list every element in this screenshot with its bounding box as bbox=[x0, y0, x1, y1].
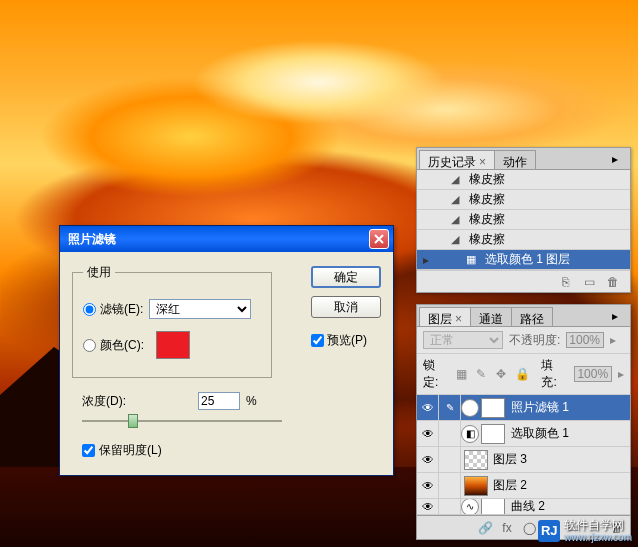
cancel-button[interactable]: 取消 bbox=[311, 296, 381, 318]
filter-select[interactable]: 深红 bbox=[149, 299, 251, 319]
eye-icon: 👁 bbox=[422, 500, 434, 514]
eraser-icon: ◢ bbox=[447, 233, 463, 247]
layer-mask-thumb[interactable] bbox=[481, 398, 505, 418]
layer-style-icon[interactable]: fx bbox=[500, 521, 514, 535]
history-item[interactable]: ▸▦选取颜色 1 图层 bbox=[417, 250, 630, 270]
panel-menu-icon[interactable]: ▸ bbox=[612, 152, 626, 164]
density-label: 浓度(D): bbox=[82, 393, 126, 410]
link-cell[interactable] bbox=[439, 421, 461, 447]
eye-icon: 👁 bbox=[422, 427, 434, 441]
lock-position-icon[interactable]: ✥ bbox=[496, 367, 510, 381]
layer-thumb[interactable] bbox=[464, 450, 488, 470]
layer-name[interactable]: 图层 3 bbox=[491, 451, 630, 468]
history-item[interactable]: ◢橡皮擦 bbox=[417, 230, 630, 250]
watermark: RJ 软件自学网 www.rjzxw.com bbox=[538, 519, 632, 543]
dialog-title: 照片滤镜 bbox=[68, 231, 369, 248]
preserve-luminosity-checkbox[interactable] bbox=[82, 444, 95, 457]
link-cell[interactable] bbox=[439, 499, 461, 515]
tab-paths[interactable]: 路径 bbox=[511, 307, 553, 326]
lock-transparency-icon[interactable]: ▦ bbox=[456, 367, 470, 381]
slider-thumb[interactable] bbox=[128, 414, 138, 428]
history-item[interactable]: ◢橡皮擦 bbox=[417, 170, 630, 190]
curves-icon: ∿ bbox=[461, 499, 479, 515]
tab-history[interactable]: 历史记录× bbox=[419, 150, 495, 169]
layer-name[interactable]: 图层 2 bbox=[491, 477, 630, 494]
visibility-toggle[interactable]: 👁 bbox=[417, 473, 439, 499]
link-cell[interactable] bbox=[439, 473, 461, 499]
close-tab-icon[interactable]: × bbox=[479, 155, 486, 169]
opacity-input[interactable]: 100% bbox=[566, 332, 604, 348]
history-panel: 历史记录× 动作 ▸ ◢橡皮擦 ◢橡皮擦 ◢橡皮擦 ◢橡皮擦 ▸▦选取颜色 1 … bbox=[416, 147, 631, 293]
link-layers-icon[interactable]: 🔗 bbox=[478, 521, 492, 535]
close-button[interactable] bbox=[369, 229, 389, 249]
close-icon bbox=[374, 234, 384, 244]
opacity-arrow-icon[interactable]: ▸ bbox=[610, 333, 616, 347]
eraser-icon: ◢ bbox=[447, 193, 463, 207]
visibility-toggle[interactable]: 👁 bbox=[417, 421, 439, 447]
watermark-url: www.rjzxw.com bbox=[564, 532, 632, 543]
layer-row[interactable]: 👁 ◧ 选取颜色 1 bbox=[417, 421, 630, 447]
tab-actions[interactable]: 动作 bbox=[494, 150, 536, 169]
visibility-toggle[interactable]: 👁 bbox=[417, 395, 439, 421]
density-slider[interactable] bbox=[82, 412, 282, 430]
history-list: ◢橡皮擦 ◢橡皮擦 ◢橡皮擦 ◢橡皮擦 ▸▦选取颜色 1 图层 bbox=[417, 170, 630, 270]
lock-paint-icon[interactable]: ✎ bbox=[476, 367, 490, 381]
link-cell[interactable]: ✎ bbox=[439, 395, 461, 421]
lock-all-icon[interactable]: 🔒 bbox=[515, 367, 529, 381]
layer-mask-thumb[interactable] bbox=[481, 499, 505, 515]
eye-icon: 👁 bbox=[422, 401, 434, 415]
fill-label: 填充: bbox=[541, 357, 568, 391]
layer-name[interactable]: 选取颜色 1 bbox=[509, 425, 630, 442]
layers-panel: 图层× 通道 路径 ▸ 正常 不透明度: 100% ▸ 锁定: ▦ ✎ ✥ 🔒 … bbox=[416, 304, 631, 540]
tab-layers[interactable]: 图层× bbox=[419, 307, 471, 326]
watermark-text: 软件自学网 bbox=[564, 519, 632, 532]
color-swatch[interactable] bbox=[156, 331, 190, 359]
add-mask-icon[interactable]: ◯ bbox=[522, 521, 536, 535]
history-item-label: 橡皮擦 bbox=[469, 171, 505, 188]
link-cell[interactable] bbox=[439, 447, 461, 473]
history-item[interactable]: ◢橡皮擦 bbox=[417, 210, 630, 230]
history-item-label: 选取颜色 1 图层 bbox=[485, 251, 570, 268]
preview-label: 预览(P) bbox=[327, 332, 367, 349]
filter-label: 滤镜(E): bbox=[100, 301, 143, 318]
panel-menu-icon[interactable]: ▸ bbox=[612, 309, 626, 321]
history-marker-icon: ▸ bbox=[423, 253, 433, 267]
tab-channels[interactable]: 通道 bbox=[470, 307, 512, 326]
lock-label: 锁定: bbox=[423, 357, 450, 391]
watermark-logo: RJ bbox=[538, 520, 560, 542]
history-item[interactable]: ◢橡皮擦 bbox=[417, 190, 630, 210]
dialog-titlebar[interactable]: 照片滤镜 bbox=[60, 226, 393, 252]
history-item-label: 橡皮擦 bbox=[469, 191, 505, 208]
new-document-icon[interactable]: ▭ bbox=[582, 275, 596, 289]
eraser-icon: ◢ bbox=[447, 173, 463, 187]
visibility-toggle[interactable]: 👁 bbox=[417, 499, 439, 515]
slider-track bbox=[82, 420, 282, 422]
density-percent: % bbox=[246, 394, 257, 408]
trash-icon[interactable]: 🗑 bbox=[606, 275, 620, 289]
fill-arrow-icon[interactable]: ▸ bbox=[618, 367, 624, 381]
fill-input[interactable]: 100% bbox=[574, 366, 612, 382]
layer-row[interactable]: 👁 ∿ 曲线 2 bbox=[417, 499, 630, 515]
layer-thumb[interactable] bbox=[464, 476, 488, 496]
filter-radio[interactable] bbox=[83, 303, 96, 316]
eye-icon: 👁 bbox=[422, 479, 434, 493]
use-legend: 使用 bbox=[83, 264, 115, 281]
adjustment-icon: ▦ bbox=[463, 253, 479, 267]
layer-name[interactable]: 照片滤镜 1 bbox=[509, 399, 630, 416]
layer-row[interactable]: 👁 图层 3 bbox=[417, 447, 630, 473]
layer-name[interactable]: 曲线 2 bbox=[509, 499, 630, 515]
layer-row[interactable]: 👁 ✎ ◐ 照片滤镜 1 bbox=[417, 395, 630, 421]
color-radio[interactable] bbox=[83, 339, 96, 352]
layer-mask-thumb[interactable] bbox=[481, 424, 505, 444]
history-item-label: 橡皮擦 bbox=[469, 231, 505, 248]
blend-mode-select[interactable]: 正常 bbox=[423, 331, 503, 349]
new-snapshot-icon[interactable]: ⎘ bbox=[558, 275, 572, 289]
density-input[interactable] bbox=[198, 392, 240, 410]
close-tab-icon[interactable]: × bbox=[455, 312, 462, 326]
preview-checkbox[interactable] bbox=[311, 334, 324, 347]
brush-icon: ✎ bbox=[446, 402, 454, 413]
ok-button[interactable]: 确定 bbox=[311, 266, 381, 288]
visibility-toggle[interactable]: 👁 bbox=[417, 447, 439, 473]
layer-row[interactable]: 👁 图层 2 bbox=[417, 473, 630, 499]
photo-filter-icon: ◐ bbox=[461, 399, 479, 417]
